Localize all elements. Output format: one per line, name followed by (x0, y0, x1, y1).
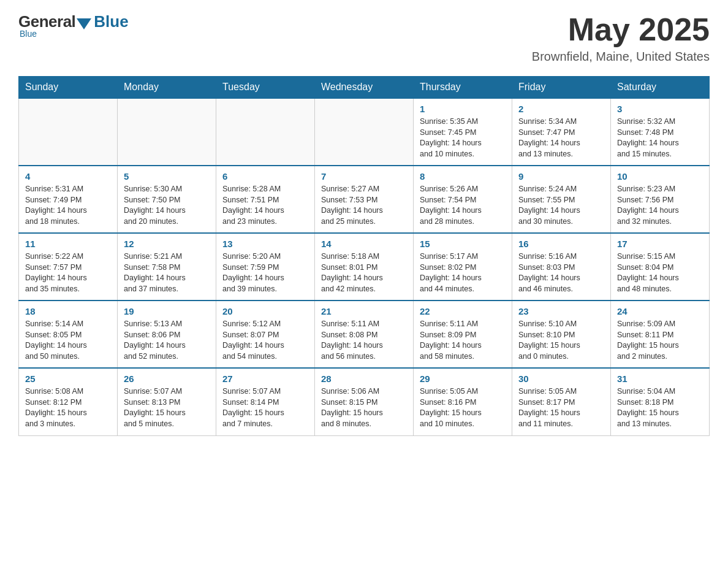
day-info: Sunrise: 5:27 AMSunset: 7:53 PMDaylight:… (321, 184, 407, 227)
day-info: Sunrise: 5:10 AMSunset: 8:10 PMDaylight:… (518, 319, 604, 362)
calendar-cell-w1-d6: 2Sunrise: 5:34 AMSunset: 7:47 PMDaylight… (512, 98, 611, 166)
day-info: Sunrise: 5:17 AMSunset: 8:02 PMDaylight:… (420, 251, 506, 294)
calendar-cell-w2-d3: 6Sunrise: 5:28 AMSunset: 7:51 PMDaylight… (216, 166, 315, 233)
calendar-cell-w5-d3: 27Sunrise: 5:07 AMSunset: 8:14 PMDayligh… (216, 368, 315, 435)
calendar-cell-w4-d7: 24Sunrise: 5:09 AMSunset: 8:11 PMDayligh… (611, 301, 710, 368)
day-info: Sunrise: 5:20 AMSunset: 7:59 PMDaylight:… (222, 251, 308, 294)
day-number: 27 (222, 373, 308, 384)
calendar-cell-w1-d7: 3Sunrise: 5:32 AMSunset: 7:48 PMDaylight… (611, 98, 710, 166)
calendar-cell-w5-d1: 25Sunrise: 5:08 AMSunset: 8:12 PMDayligh… (19, 368, 118, 435)
day-info: Sunrise: 5:05 AMSunset: 8:17 PMDaylight:… (518, 386, 604, 429)
day-number: 29 (420, 373, 506, 384)
day-number: 13 (222, 239, 308, 249)
day-number: 20 (222, 306, 308, 316)
calendar-cell-w3-d3: 13Sunrise: 5:20 AMSunset: 7:59 PMDayligh… (216, 233, 315, 301)
day-number: 11 (25, 239, 111, 249)
day-info: Sunrise: 5:14 AMSunset: 8:05 PMDaylight:… (25, 319, 111, 362)
calendar-cell-w1-d1 (19, 98, 118, 166)
day-number: 19 (124, 306, 210, 316)
calendar-cell-w5-d5: 29Sunrise: 5:05 AMSunset: 8:16 PMDayligh… (414, 368, 512, 435)
calendar-cell-w2-d7: 10Sunrise: 5:23 AMSunset: 7:56 PMDayligh… (611, 166, 710, 233)
day-info: Sunrise: 5:30 AMSunset: 7:50 PMDaylight:… (124, 184, 210, 227)
day-number: 9 (518, 171, 604, 182)
day-number: 10 (617, 171, 703, 182)
day-number: 25 (25, 373, 111, 384)
logo-blue-text: Blue (94, 12, 128, 31)
day-number: 14 (321, 239, 407, 249)
calendar-cell-w2-d2: 5Sunrise: 5:30 AMSunset: 7:50 PMDaylight… (118, 166, 216, 233)
day-info: Sunrise: 5:11 AMSunset: 8:08 PMDaylight:… (321, 319, 407, 362)
day-info: Sunrise: 5:34 AMSunset: 7:47 PMDaylight:… (518, 117, 604, 159)
location-title: Brownfield, Maine, United States (532, 50, 710, 64)
calendar-table: Sunday Monday Tuesday Wednesday Thursday… (18, 76, 710, 436)
logo: General Blue Blue (18, 12, 129, 39)
day-number: 15 (420, 239, 506, 249)
header-wednesday: Wednesday (315, 77, 414, 99)
month-title: May 2025 (532, 12, 710, 47)
day-number: 1 (420, 104, 506, 114)
header-sunday: Sunday (19, 77, 118, 99)
header: General Blue Blue May 2025 Brownfield, M… (18, 12, 710, 64)
day-info: Sunrise: 5:04 AMSunset: 8:18 PMDaylight:… (617, 386, 703, 429)
day-number: 16 (518, 239, 604, 249)
day-info: Sunrise: 5:32 AMSunset: 7:48 PMDaylight:… (617, 117, 703, 159)
calendar-cell-w4-d3: 20Sunrise: 5:12 AMSunset: 8:07 PMDayligh… (216, 301, 315, 368)
header-tuesday: Tuesday (216, 77, 315, 99)
day-number: 4 (25, 171, 111, 182)
week-row-5: 25Sunrise: 5:08 AMSunset: 8:12 PMDayligh… (19, 368, 710, 435)
week-row-2: 4Sunrise: 5:31 AMSunset: 7:49 PMDaylight… (19, 166, 710, 233)
calendar-cell-w4-d6: 23Sunrise: 5:10 AMSunset: 8:10 PMDayligh… (512, 301, 611, 368)
day-number: 23 (518, 306, 604, 316)
calendar-cell-w5-d6: 30Sunrise: 5:05 AMSunset: 8:17 PMDayligh… (512, 368, 611, 435)
day-info: Sunrise: 5:11 AMSunset: 8:09 PMDaylight:… (420, 319, 506, 362)
day-number: 3 (617, 104, 703, 114)
week-row-3: 11Sunrise: 5:22 AMSunset: 7:57 PMDayligh… (19, 233, 710, 301)
logo-arrow-icon (77, 18, 91, 29)
day-info: Sunrise: 5:26 AMSunset: 7:54 PMDaylight:… (420, 184, 506, 227)
day-info: Sunrise: 5:05 AMSunset: 8:16 PMDaylight:… (420, 386, 506, 429)
day-info: Sunrise: 5:21 AMSunset: 7:58 PMDaylight:… (124, 251, 210, 294)
day-info: Sunrise: 5:24 AMSunset: 7:55 PMDaylight:… (518, 184, 604, 227)
calendar-cell-w3-d2: 12Sunrise: 5:21 AMSunset: 7:58 PMDayligh… (118, 233, 216, 301)
calendar-cell-w1-d5: 1Sunrise: 5:35 AMSunset: 7:45 PMDaylight… (414, 98, 512, 166)
day-number: 28 (321, 373, 407, 384)
logo-tagline: Blue (20, 29, 37, 39)
day-info: Sunrise: 5:06 AMSunset: 8:15 PMDaylight:… (321, 386, 407, 429)
day-number: 21 (321, 306, 407, 316)
day-number: 24 (617, 306, 703, 316)
day-info: Sunrise: 5:23 AMSunset: 7:56 PMDaylight:… (617, 184, 703, 227)
day-number: 18 (25, 306, 111, 316)
calendar-cell-w4-d5: 22Sunrise: 5:11 AMSunset: 8:09 PMDayligh… (414, 301, 512, 368)
calendar-cell-w4-d2: 19Sunrise: 5:13 AMSunset: 8:06 PMDayligh… (118, 301, 216, 368)
week-row-1: 1Sunrise: 5:35 AMSunset: 7:45 PMDaylight… (19, 98, 710, 166)
calendar-cell-w4-d1: 18Sunrise: 5:14 AMSunset: 8:05 PMDayligh… (19, 301, 118, 368)
day-number: 31 (617, 373, 703, 384)
calendar-cell-w3-d7: 17Sunrise: 5:15 AMSunset: 8:04 PMDayligh… (611, 233, 710, 301)
header-friday: Friday (512, 77, 611, 99)
calendar-cell-w3-d5: 15Sunrise: 5:17 AMSunset: 8:02 PMDayligh… (414, 233, 512, 301)
day-info: Sunrise: 5:09 AMSunset: 8:11 PMDaylight:… (617, 319, 703, 362)
day-number: 17 (617, 239, 703, 249)
day-info: Sunrise: 5:31 AMSunset: 7:49 PMDaylight:… (25, 184, 111, 227)
calendar-cell-w1-d4 (315, 98, 414, 166)
header-thursday: Thursday (414, 77, 512, 99)
day-info: Sunrise: 5:07 AMSunset: 8:13 PMDaylight:… (124, 386, 210, 429)
calendar-cell-w4-d4: 21Sunrise: 5:11 AMSunset: 8:08 PMDayligh… (315, 301, 414, 368)
day-info: Sunrise: 5:18 AMSunset: 8:01 PMDaylight:… (321, 251, 407, 294)
calendar-header-row: Sunday Monday Tuesday Wednesday Thursday… (19, 77, 710, 99)
day-info: Sunrise: 5:13 AMSunset: 8:06 PMDaylight:… (124, 319, 210, 362)
day-info: Sunrise: 5:07 AMSunset: 8:14 PMDaylight:… (222, 386, 308, 429)
calendar-cell-w2-d4: 7Sunrise: 5:27 AMSunset: 7:53 PMDaylight… (315, 166, 414, 233)
calendar-cell-w2-d1: 4Sunrise: 5:31 AMSunset: 7:49 PMDaylight… (19, 166, 118, 233)
day-number: 30 (518, 373, 604, 384)
calendar-cell-w3-d6: 16Sunrise: 5:16 AMSunset: 8:03 PMDayligh… (512, 233, 611, 301)
day-info: Sunrise: 5:08 AMSunset: 8:12 PMDaylight:… (25, 386, 111, 429)
calendar-cell-w2-d5: 8Sunrise: 5:26 AMSunset: 7:54 PMDaylight… (414, 166, 512, 233)
calendar-cell-w2-d6: 9Sunrise: 5:24 AMSunset: 7:55 PMDaylight… (512, 166, 611, 233)
calendar-cell-w1-d3 (216, 98, 315, 166)
day-info: Sunrise: 5:22 AMSunset: 7:57 PMDaylight:… (25, 251, 111, 294)
calendar-cell-w3-d1: 11Sunrise: 5:22 AMSunset: 7:57 PMDayligh… (19, 233, 118, 301)
day-number: 26 (124, 373, 210, 384)
day-info: Sunrise: 5:12 AMSunset: 8:07 PMDaylight:… (222, 319, 308, 362)
title-area: May 2025 Brownfield, Maine, United State… (532, 12, 710, 64)
